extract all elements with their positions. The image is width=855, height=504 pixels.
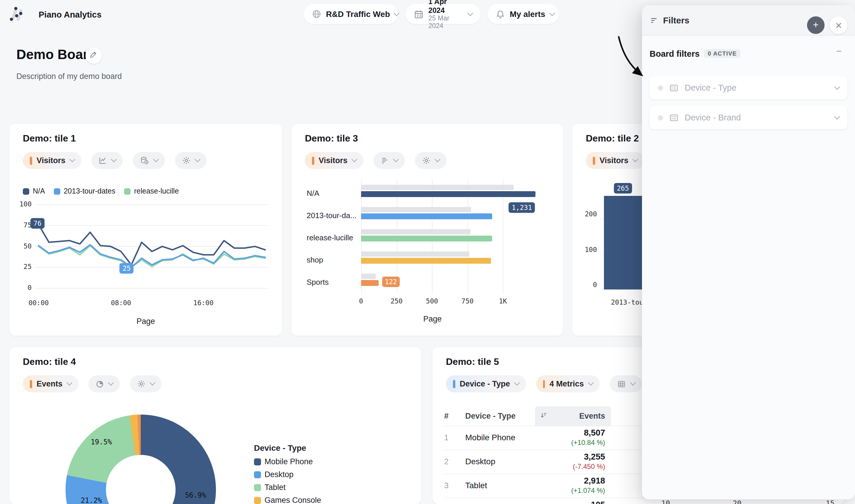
category-label: 2013-tour-da...	[307, 211, 358, 220]
legend-item[interactable]: release-lucille	[124, 187, 179, 195]
legend-label: release-lucille	[134, 187, 179, 195]
row-value: 2,918	[546, 476, 605, 485]
page-title: Demo Board	[16, 47, 97, 62]
category-label: release-lucille	[307, 233, 358, 242]
metric-pill-visitors[interactable]: Visitors	[23, 152, 81, 169]
date-range-picker[interactable]: 1 Apr 2024 25 Mar 2024	[405, 4, 481, 24]
legend-label: 2013-tour-dates	[64, 187, 116, 195]
chevron-down-icon	[111, 157, 117, 162]
table-header-rank: #	[444, 412, 449, 420]
y-tick-label: 100	[578, 245, 597, 253]
filter-device-brand[interactable]: Device - Brand	[650, 106, 848, 129]
chevron-down-icon	[435, 157, 440, 162]
settings-pill[interactable]	[130, 375, 161, 392]
chevron-down-icon	[393, 157, 399, 162]
bar-value-badge: 1,231	[509, 202, 535, 213]
slice-percent-label: 56.9%	[185, 491, 206, 499]
legend-label: Mobile Phone	[264, 457, 313, 466]
legend-item[interactable]: Desktop	[254, 470, 294, 479]
tile-title: Demo: tile 4	[23, 357, 76, 367]
table-header-events[interactable]: Events	[546, 412, 605, 420]
legend-label: Desktop	[264, 470, 294, 479]
category-label: N/A	[307, 189, 358, 198]
x-tick-label: 08:00	[111, 299, 131, 307]
filter-toggle-dot[interactable]	[658, 85, 663, 90]
legend-swatch	[254, 471, 261, 478]
bar-previous-period	[361, 274, 376, 279]
data-options-pill[interactable]	[133, 152, 165, 169]
row-delta: (+10.84 %)	[535, 438, 605, 447]
filters-title: Filters	[663, 15, 690, 25]
filter-device-type[interactable]: Device - Type	[650, 76, 848, 100]
date-secondary: 25 Mar 2024	[429, 15, 464, 30]
row-rank: 3	[444, 481, 449, 490]
x-axis-title: Page	[10, 317, 282, 326]
x-tick-label: 1K	[499, 297, 507, 305]
legend-item[interactable]: N/A	[23, 187, 45, 195]
x-axis-title: Page	[361, 314, 504, 323]
chart-type-pill[interactable]	[373, 152, 405, 169]
filters-panel: Filters + ✕ Board filters0 ACTIVE − Devi…	[642, 5, 855, 499]
bar-value-badge: 122	[382, 276, 400, 287]
row-value: 3,255	[546, 452, 605, 461]
collapse-section-button[interactable]: −	[836, 46, 842, 57]
settings-pill[interactable]	[175, 152, 207, 169]
metric-pill-visitors[interactable]: Visitors	[586, 152, 644, 169]
close-icon: ✕	[835, 21, 842, 30]
y-tick-label: 0	[578, 281, 597, 289]
add-filter-button[interactable]: +	[807, 16, 824, 34]
sort-descending-icon[interactable]	[540, 411, 548, 421]
bar-previous-period	[361, 185, 513, 190]
active-count-badge: 0 ACTIVE	[704, 49, 740, 58]
metrics-pill[interactable]: 4 Metrics	[536, 375, 599, 392]
database-clock-icon	[140, 156, 149, 165]
row-label: Tablet	[465, 481, 487, 490]
row-delta: (-7.450 %)	[535, 463, 605, 471]
bar-current-period	[361, 235, 492, 241]
row-delta: (+1.074 %)	[535, 486, 605, 494]
tile-title: Demo: tile 5	[446, 357, 499, 367]
chart-type-pill[interactable]	[88, 375, 120, 392]
category-label: shop	[307, 255, 358, 264]
tile-title: Demo: tile 1	[23, 133, 76, 144]
board-filters-heading: Board filters0 ACTIVE	[650, 49, 740, 58]
gear-icon	[182, 156, 191, 165]
chevron-down-icon	[630, 380, 635, 385]
filter-toggle-dot[interactable]	[658, 115, 663, 120]
date-primary: 1 Apr 2024	[429, 0, 464, 15]
chevron-down-icon	[394, 10, 400, 16]
x-tick-label: 500	[426, 297, 438, 305]
point-value-badge: 76	[31, 218, 45, 229]
legend-swatch	[254, 497, 261, 504]
point-value-badge: 25	[120, 264, 134, 274]
bar-value-badge: 265	[614, 183, 632, 194]
chevron-down-icon	[351, 157, 357, 162]
display-type-pill[interactable]	[610, 375, 642, 392]
legend-item[interactable]: Mobile Phone	[254, 457, 313, 466]
metric-pill-visitors[interactable]: Visitors	[305, 152, 363, 169]
my-alerts-button[interactable]: My alerts	[488, 4, 559, 24]
y-tick-label: 50	[12, 242, 32, 250]
edit-board-button[interactable]	[85, 47, 102, 64]
chevron-down-icon	[834, 113, 840, 119]
table-header-dimension: Device - Type	[465, 412, 516, 420]
row-rank: 2	[444, 457, 449, 466]
tile-demo-3: Demo: tile 3 Visitors	[292, 124, 563, 336]
metric-pill-events[interactable]: Events	[23, 375, 78, 392]
x-tick-label: 16:00	[193, 299, 214, 307]
legend-item[interactable]: 2013-tour-dates	[54, 187, 116, 195]
chart-type-pill[interactable]	[91, 152, 123, 169]
legend-swatch	[124, 188, 130, 194]
dimension-pill-device-type[interactable]: Device - Type	[446, 375, 526, 392]
pie-chart-icon	[95, 379, 104, 388]
settings-pill[interactable]	[415, 152, 447, 169]
legend-item[interactable]: Tablet	[254, 483, 285, 492]
gear-icon	[422, 156, 431, 165]
metric-marker	[30, 380, 32, 388]
close-filters-button[interactable]: ✕	[830, 16, 848, 34]
legend-item[interactable]: Games Console	[254, 496, 321, 504]
slice-percent-label: 21.2%	[81, 497, 102, 504]
site-selector[interactable]: R&D Traffic Web	[304, 4, 398, 24]
chart-legend: N/A2013-tour-datesrelease-lucille	[23, 187, 179, 195]
chevron-down-icon	[66, 380, 72, 385]
